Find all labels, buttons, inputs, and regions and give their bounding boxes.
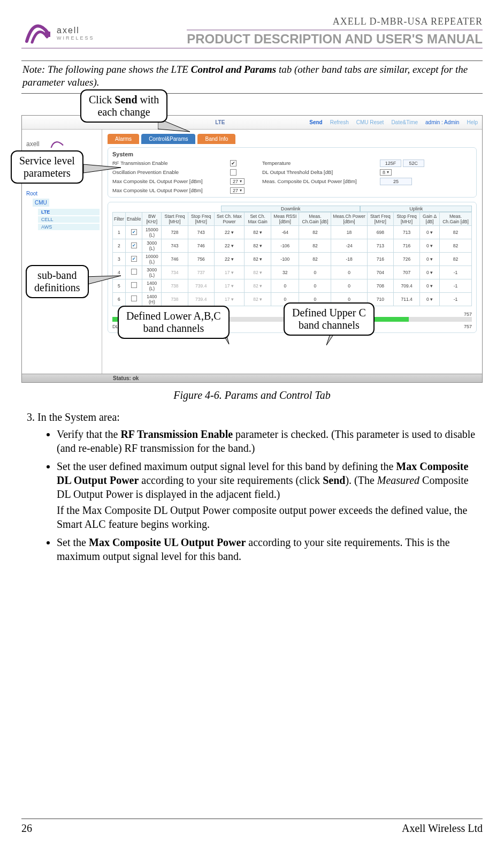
table-cell: -24 — [331, 239, 367, 252]
table-cell: -106 — [271, 239, 299, 252]
model-title: AXELL D-MBR-USA REPEATER — [187, 16, 483, 27]
refresh-link[interactable]: Refresh — [330, 119, 349, 125]
datetime-link[interactable]: Date&Time — [391, 119, 418, 125]
dl-delta-select[interactable]: 8 — [380, 169, 392, 176]
downlink-group-header: Downlink — [221, 206, 360, 212]
table-cell: 0 — [331, 279, 367, 292]
send-link[interactable]: Send — [309, 119, 322, 125]
callout-upper-c: Defined Upper Cband channels — [284, 302, 375, 336]
table-cell[interactable]: 82 ▾ — [245, 279, 271, 292]
table-cell[interactable]: 0 ▾ — [420, 279, 440, 292]
table-cell: 1 — [113, 225, 126, 239]
table-cell[interactable]: 22 ▾ — [214, 225, 244, 239]
bullet-max-dl: Set the user defined maximum output sign… — [57, 459, 483, 531]
table-cell: 0 — [299, 266, 331, 279]
table-cell: 10000 (L) — [142, 252, 162, 266]
table-column-header: Meas. Ch.Gain [dB] — [299, 212, 331, 225]
system-title: System — [112, 151, 472, 157]
table-cell[interactable]: 17 ▾ — [214, 266, 244, 279]
table-cell[interactable]: 0 ▾ — [420, 252, 440, 266]
max-dl-select[interactable]: 27 — [230, 178, 245, 185]
filter-enable-checkbox[interactable] — [131, 256, 137, 262]
doc-subtitle: PRODUCT DESCRIPTION AND USER'S MANUAL — [187, 32, 483, 47]
table-cell: -1 — [439, 279, 471, 292]
osc-prevent-label: Oscillation Prevention Enable — [112, 169, 230, 175]
table-cell[interactable]: 22 ▾ — [214, 252, 244, 266]
note-paragraph: Note: The following pane shows the LTE C… — [21, 61, 483, 93]
table-cell[interactable] — [125, 292, 142, 306]
table-cell[interactable] — [125, 239, 142, 252]
filter-enable-checkbox[interactable] — [131, 243, 137, 248]
table-cell: 738 — [162, 279, 188, 292]
tree-band-lte[interactable]: LTE — [38, 209, 100, 215]
table-cell[interactable]: 82 ▾ — [245, 225, 271, 239]
table-cell: 82 — [439, 252, 471, 266]
table-row: 23000 (L)74374622 ▾82 ▾-10682-247137160 … — [113, 239, 472, 252]
table-cell[interactable]: 0 ▾ — [420, 292, 440, 306]
table-cell[interactable] — [125, 266, 142, 279]
table-cell[interactable]: 17 ▾ — [214, 279, 244, 292]
cmu-reset-link[interactable]: CMU Reset — [356, 119, 384, 125]
tree-cmu[interactable]: CMU — [33, 199, 49, 207]
table-cell: 3000 (L) — [142, 266, 162, 279]
table-row: 51400 (L)738739.417 ▾82 ▾000708709.40 ▾-… — [113, 279, 472, 292]
table-cell: 711.4 — [394, 292, 420, 306]
temp-f-value: 125F — [380, 160, 401, 167]
step-3: In the System area: Verify that the RF T… — [37, 410, 483, 563]
table-cell: 15000 (L) — [142, 225, 162, 239]
table-column-header: Meas.Ch Power [dBm] — [331, 212, 367, 225]
admin-label: admin : Admin — [425, 119, 459, 125]
table-cell[interactable]: 0 ▾ — [420, 225, 440, 239]
table-cell: 3 — [113, 252, 126, 266]
callout-send: Click Send with each change — [80, 89, 167, 123]
table-cell: 734 — [162, 266, 188, 279]
table-cell: 713 — [394, 225, 420, 239]
help-link[interactable]: Help — [467, 119, 478, 125]
rf-enable-checkbox[interactable] — [230, 160, 236, 166]
axell-logo-icon — [21, 20, 54, 47]
table-cell: 713 — [367, 239, 393, 252]
uplink-group-header: Uplink — [360, 206, 472, 212]
table-cell[interactable] — [125, 279, 142, 292]
tree-root[interactable]: Root — [24, 190, 100, 198]
page-header: axell WIRELESS AXELL D-MBR-USA REPEATER … — [21, 16, 483, 47]
page-number: 26 — [21, 822, 32, 835]
table-cell[interactable]: 82 ▾ — [245, 252, 271, 266]
table-cell: 728 — [162, 225, 188, 239]
tab-alarms[interactable]: Alarms — [108, 134, 139, 144]
table-cell[interactable]: 82 ▾ — [245, 292, 271, 306]
bullet-max-dl-sub: If the Max Composite DL Output Power com… — [57, 503, 483, 531]
svg-marker-4 — [83, 276, 121, 285]
tree-band-cell[interactable]: CELL — [38, 216, 100, 223]
table-cell: 756 — [188, 252, 214, 266]
tree-band-aws[interactable]: AWS — [38, 224, 100, 230]
table-row: 115000 (L)72874322 ▾82 ▾-6482186987130 ▾… — [113, 225, 472, 239]
filter-enable-checkbox[interactable] — [131, 282, 137, 288]
osc-prevent-checkbox[interactable] — [230, 169, 236, 176]
table-cell[interactable]: 82 ▾ — [245, 266, 271, 279]
system-section: System RF Transmission Enable Temperatur… — [108, 147, 477, 198]
table-cell[interactable] — [125, 225, 142, 239]
figure-caption: Figure 4-6. Params and Control Tab — [21, 389, 483, 402]
table-cell[interactable]: 0 ▾ — [420, 266, 440, 279]
table-cell: 1400 (H) — [142, 292, 162, 306]
dl-delta-label: DL Output Threshold Delta [dB] — [262, 169, 380, 175]
table-cell: 746 — [162, 252, 188, 266]
callout-lower-abc: Defined Lower A,B,Cband channels — [118, 306, 230, 339]
table-cell: 738 — [162, 292, 188, 306]
table-cell: 82 — [299, 225, 331, 239]
table-cell[interactable] — [125, 252, 142, 266]
table-cell[interactable]: 22 ▾ — [214, 239, 244, 252]
filter-enable-checkbox[interactable] — [131, 269, 137, 275]
body-text: In the System area: Verify that the RF T… — [21, 410, 483, 563]
table-cell[interactable]: 82 ▾ — [245, 239, 271, 252]
table-cell: 707 — [394, 266, 420, 279]
filter-enable-checkbox[interactable] — [131, 296, 137, 301]
table-cell: 82 — [299, 239, 331, 252]
filter-enable-checkbox[interactable] — [131, 229, 137, 235]
table-column-header: Meas RSSI [dBm] — [271, 212, 299, 225]
table-cell[interactable]: 0 ▾ — [420, 239, 440, 252]
table-cell[interactable]: 17 ▾ — [214, 292, 244, 306]
max-ul-select[interactable]: 27 — [230, 187, 245, 194]
table-cell: 739.4 — [188, 279, 214, 292]
